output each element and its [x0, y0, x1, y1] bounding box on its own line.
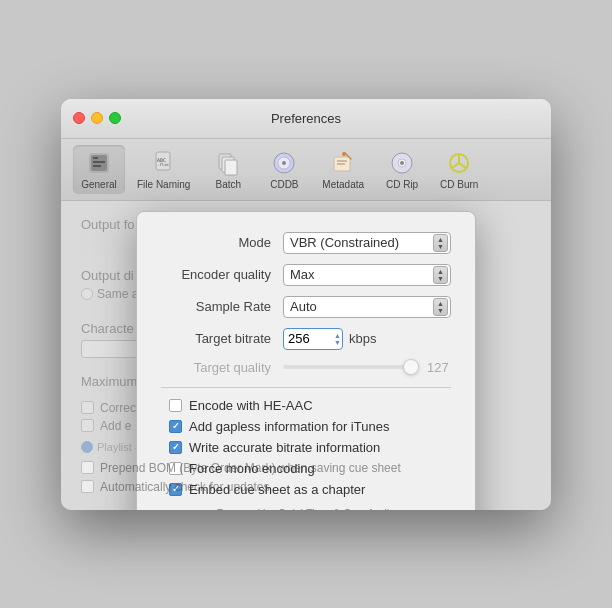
write-accurate-label: Write accurate bitrate information	[189, 440, 380, 455]
encode-he-aac-checkbox[interactable]	[169, 399, 182, 412]
metadata-icon	[329, 149, 357, 177]
toolbar-item-general[interactable]: General	[73, 145, 125, 194]
target-quality-value: 127	[427, 360, 451, 375]
target-quality-row: Target quality 127	[161, 360, 451, 375]
toolbar-label-file-naming: File Naming	[137, 179, 190, 190]
toolbar-item-batch[interactable]: Batch	[202, 145, 254, 194]
batch-icon	[214, 149, 242, 177]
toolbar-item-cddb[interactable]: CDDB	[258, 145, 310, 194]
toolbar-item-cd-burn[interactable]: CD Burn	[432, 145, 486, 194]
sample-rate-label: Sample Rate	[161, 299, 271, 314]
cd-burn-icon	[445, 149, 473, 177]
bottom-checkboxes: Prepend BOM (Byte Order Mark) when savin…	[81, 461, 531, 494]
cd-rip-icon	[388, 149, 416, 177]
toolbar: General ABC .flac File Naming Batch	[61, 139, 551, 201]
svg-rect-3	[93, 165, 101, 167]
encoder-quality-label: Encoder quality	[161, 267, 271, 282]
bitrate-unit: kbps	[349, 331, 376, 346]
maximize-button[interactable]	[109, 112, 121, 124]
toolbar-label-batch: Batch	[216, 179, 242, 190]
encoder-quality-row: Encoder quality Max ▲ ▼	[161, 264, 451, 286]
toolbar-item-file-naming[interactable]: ABC .flac File Naming	[129, 145, 198, 194]
add-gapless-row: Add gapless information for iTunes	[161, 419, 451, 434]
svg-point-13	[282, 161, 286, 165]
toolbar-label-cd-burn: CD Burn	[440, 179, 478, 190]
main-window: Preferences General ABC .flac File Namin…	[61, 99, 551, 510]
window-controls	[73, 112, 121, 124]
toolbar-label-metadata: Metadata	[322, 179, 364, 190]
toolbar-label-general: General	[81, 179, 117, 190]
toolbar-item-cd-rip[interactable]: CD Rip	[376, 145, 428, 194]
toolbar-item-metadata[interactable]: Metadata	[314, 145, 372, 194]
add-gapless-checkbox[interactable]	[169, 420, 182, 433]
prepend-bom-label: Prepend BOM (Byte Order Mark) when savin…	[100, 461, 401, 475]
cddb-icon	[270, 149, 298, 177]
add-gapless-label: Add gapless information for iTunes	[189, 419, 389, 434]
target-quality-label: Target quality	[161, 360, 271, 375]
mode-row: Mode VBR (Constrained) ▲ ▼	[161, 232, 451, 254]
write-accurate-row: Write accurate bitrate information	[161, 440, 451, 455]
close-button[interactable]	[73, 112, 85, 124]
svg-point-21	[400, 161, 404, 165]
encoder-quality-select-wrap: Max ▲ ▼	[283, 264, 451, 286]
powered-by-text: Powered by QuickTime & CoreAudio	[161, 507, 451, 510]
svg-rect-10	[225, 160, 237, 175]
encoder-quality-select[interactable]: Max	[283, 264, 451, 286]
target-bitrate-label: Target bitrate	[161, 331, 271, 346]
toolbar-label-cd-rip: CD Rip	[386, 179, 418, 190]
target-bitrate-row: Target bitrate 256 ▲ ▼ kbps	[161, 328, 451, 350]
mode-label: Mode	[161, 235, 271, 250]
sample-rate-select[interactable]: Auto	[283, 296, 451, 318]
toolbar-label-cddb: CDDB	[270, 179, 298, 190]
mode-select-wrap: VBR (Constrained) ▲ ▼	[283, 232, 451, 254]
general-icon	[85, 149, 113, 177]
window-title: Preferences	[271, 111, 341, 126]
encode-he-aac-row: Encode with HE-AAC	[161, 398, 451, 413]
write-accurate-checkbox[interactable]	[169, 441, 182, 454]
svg-line-24	[459, 163, 466, 168]
modal-divider	[161, 387, 451, 388]
svg-line-25	[452, 163, 459, 168]
svg-rect-4	[93, 157, 98, 159]
bitrate-select-wrap: 256 ▲ ▼ kbps	[283, 328, 376, 350]
sample-rate-select-wrap: Auto ▲ ▼	[283, 296, 451, 318]
sample-rate-row: Sample Rate Auto ▲ ▼	[161, 296, 451, 318]
svg-text:.flac: .flac	[157, 162, 170, 167]
svg-rect-2	[93, 161, 105, 163]
minimize-button[interactable]	[91, 112, 103, 124]
encode-he-aac-label: Encode with HE-AAC	[189, 398, 313, 413]
auto-check-label: Automatically check for updates	[100, 480, 269, 494]
mode-select[interactable]: VBR (Constrained)	[283, 232, 451, 254]
svg-point-18	[342, 152, 346, 156]
title-bar: Preferences	[61, 99, 551, 139]
window-body: Output fo Output di Same as source Choos…	[61, 201, 551, 510]
target-bitrate-select[interactable]: 256	[283, 328, 343, 350]
target-quality-slider[interactable]	[283, 365, 419, 369]
file-naming-icon: ABC .flac	[150, 149, 178, 177]
